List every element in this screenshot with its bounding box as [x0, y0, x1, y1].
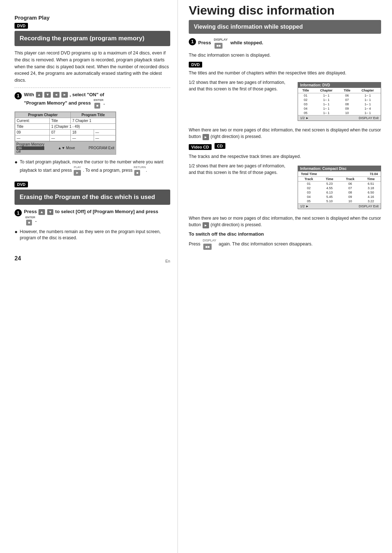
play-btn[interactable]: ►	[74, 170, 81, 176]
enter-label: ENTER	[94, 98, 103, 102]
cd-exit: DISPLAY Exit	[359, 204, 379, 208]
dvd-row-2: 021– 1071– 1	[298, 98, 381, 102]
step1-select: , select "ON" of	[70, 92, 104, 97]
cd-row-2: 024.55073.18	[298, 186, 381, 190]
step-1-row: 1 With ▲ ▼ ◄ ► , select "ON" of "Program…	[15, 92, 170, 109]
right-arrow-btn[interactable]: ►	[61, 92, 68, 98]
page-number: 24	[15, 255, 21, 262]
prog-7ch1: 7 Chapter 1	[71, 118, 116, 124]
switch-off-display-btn[interactable]: ■■	[203, 244, 211, 250]
cd-info-box: Information: Compact Disc Total Time 72.…	[298, 166, 381, 209]
while-stopped: while stopped.	[230, 40, 263, 45]
step-2-content: Press ▲ ▼ to select [Off] of [Program Me…	[24, 208, 170, 226]
step-1-content: With ▲ ▼ ◄ ► , select "ON" of "Program M…	[24, 92, 105, 109]
bullet-2: ● However, the numbers remain as they we…	[15, 229, 170, 241]
prog-move: ▲▼ Move	[58, 146, 75, 150]
dvd-info-header: Information: DVD	[298, 82, 381, 88]
up-arrow-btn[interactable]: ▲	[36, 92, 42, 98]
dvd-exit: DISPLAY Exit	[359, 116, 379, 120]
cd-col-time2: Time	[361, 177, 381, 182]
cd-col-time1: Time	[320, 177, 339, 182]
step2-press: Press	[24, 209, 37, 214]
dvd-caption1: 1/2 shows that there are two pages of in…	[189, 79, 292, 92]
dvd-body: The titles and the number of chapters wi…	[189, 70, 381, 77]
step-2-num: 1	[15, 209, 22, 216]
enter-btn[interactable]: ■	[94, 103, 100, 109]
prog-num09: 09	[15, 130, 50, 135]
prog-on: On	[16, 146, 44, 150]
step1-with: With	[24, 92, 34, 97]
divider-1	[15, 88, 170, 88]
prog-footer: Program Memory On Off ▲▼ Move PROGRAM Ex…	[15, 141, 116, 154]
right-column: Viewing disc information Viewing disc in…	[178, 0, 392, 553]
switch-off-body: again. The disc information screen disap…	[219, 241, 313, 247]
play-key-label: PLAY	[73, 165, 82, 169]
step1-program-memory: "Program Memory" and press	[24, 100, 91, 106]
dvd-info-footer: 1/2 ► DISPLAY Exit	[298, 115, 381, 121]
switch-off-heading: To switch off the disc information	[189, 231, 381, 237]
dvd-col-chap1: Chapter	[313, 88, 339, 93]
prog-memory-label: Program Memory On Off	[16, 142, 44, 154]
prog-blank3: —	[71, 135, 94, 141]
prog-num07: 07	[50, 130, 71, 135]
cd-right-cursor-btn[interactable]: ►	[203, 222, 209, 228]
prog-blank2: —	[50, 135, 71, 141]
dvd-page: 1/2 ►	[300, 116, 309, 120]
prog-current-label: Current:	[15, 118, 50, 124]
right-step-1-row: 1 Press DISPLAY ■■ while stopped.	[189, 37, 381, 49]
step2-select-off: to select [Off] of [Program Memory] and …	[55, 209, 158, 214]
dvd-badge-right: DVD	[189, 62, 202, 68]
cd-info-footer: 1/2 ► DISPLAY Exit	[298, 203, 381, 209]
bullet-1-text: To start program playback, move the curs…	[20, 159, 170, 176]
step-2-row: 1 Press ▲ ▼ to select [Off] of [Program …	[15, 208, 170, 226]
cd-badge: CD	[215, 143, 225, 149]
bullet-dot-2: ●	[15, 229, 17, 241]
bullet-2-text: However, the numbers remain as they were…	[20, 229, 170, 241]
disc-info-shown: The disc information screen is displayed…	[189, 52, 381, 59]
erasing-header: Erasing the Program of the disc which is…	[15, 190, 170, 205]
dvd-info-box: Information: DVD Title Chapter Title Cha…	[298, 82, 381, 121]
cd-caption2: When there are two or more pages of disc…	[189, 215, 381, 228]
prog-dash: —	[94, 130, 115, 135]
step-1-num: 1	[15, 92, 22, 99]
display-label: DISPLAY	[214, 37, 228, 42]
dvd-caption2: When there are two or more pages of disc…	[189, 127, 381, 140]
dvd-row-3: 031– 1081– 1	[298, 102, 381, 106]
recording-header: Recording the program (program memory)	[15, 31, 170, 46]
down-arrow-btn[interactable]: ▼	[44, 92, 51, 98]
cd-total-row: Total Time 72.04	[298, 171, 381, 177]
cd-row-3: 036.13086.50	[298, 190, 381, 195]
prog-off: Off	[16, 150, 44, 154]
lang-label: En	[166, 259, 170, 263]
cd-total-label: Total Time	[301, 172, 317, 176]
prog-num18: 18	[71, 130, 94, 135]
enter-btn-2[interactable]: ■	[26, 220, 32, 225]
program-table: Program Chapter Program Title Current: T…	[15, 111, 116, 155]
prog-title-row: Title	[15, 124, 50, 130]
left-arrow-btn[interactable]: ◄	[53, 92, 60, 98]
right-cursor-btn[interactable]: ►	[203, 134, 209, 140]
cd-page: 1/2 ►	[300, 204, 309, 208]
switch-off-text: Press DISPLAY ■■ again. The disc informa…	[189, 238, 381, 250]
prog-blank4: —	[94, 135, 115, 141]
dvd-badge-recording: DVD	[15, 23, 28, 29]
cd-row-5: 055.10103.22	[298, 199, 381, 203]
recording-body: This player can record DVD programs up t…	[15, 50, 170, 84]
step2-down-arrow[interactable]: ▼	[47, 209, 54, 215]
display-btn[interactable]: ■■	[215, 43, 222, 49]
switch-off-press: Press	[189, 241, 200, 247]
viewing-while-stopped-header: Viewing disc information while stopped	[189, 20, 381, 34]
step2-up-arrow[interactable]: ▲	[38, 209, 45, 215]
right-step-1-num: 1	[189, 38, 196, 45]
dvd-badge-erasing: DVD	[15, 182, 28, 187]
return-key-label: RETURN	[134, 165, 146, 169]
prog-col-title: Program Title	[71, 112, 116, 118]
cd-row-1: 015.23066.51	[298, 182, 381, 186]
videocd-body: The tracks and the respective track time…	[189, 153, 381, 160]
big-title: Viewing disc information	[189, 4, 381, 17]
dvd-col-title1: Title	[298, 88, 313, 93]
cd-col-track1: Track	[298, 177, 320, 182]
return-btn[interactable]: ■	[134, 170, 140, 176]
dvd-row-4: 041– 1091– 4	[298, 106, 381, 111]
cd-info-header: Information: Compact Disc	[298, 166, 381, 171]
